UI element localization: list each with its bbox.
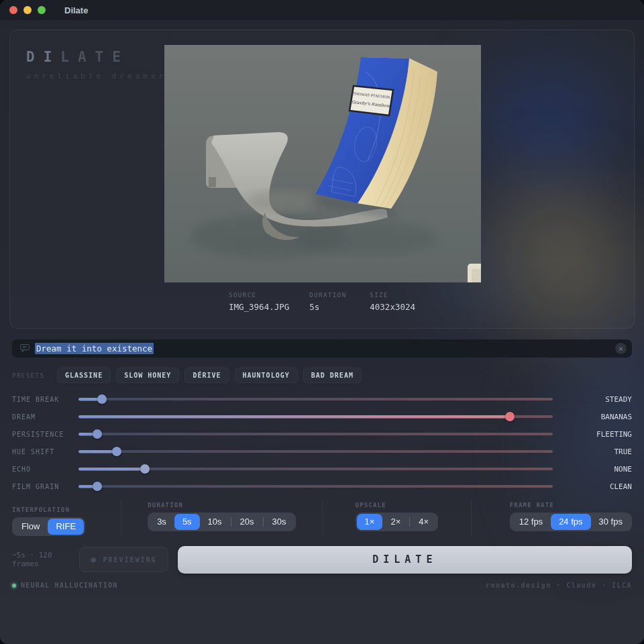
slider-fill: [78, 485, 553, 488]
status-dot-icon: [12, 584, 16, 588]
control-label-frame-rate: FRAME RATE: [510, 502, 554, 508]
option-12-fps[interactable]: 12 fps: [511, 514, 551, 530]
control-group-duration: DURATION3s5s10s20s30s: [121, 500, 322, 536]
frames-info: ~5s · 120 frames: [12, 551, 79, 568]
slider-track-hue-shift[interactable]: [78, 450, 553, 453]
option-30-fps[interactable]: 30 fps: [591, 514, 631, 530]
control-group-frame-rate: FRAME RATE12 fps24 fps30 fps: [471, 500, 632, 536]
duration-value: 5s: [309, 302, 350, 312]
slider-label: TIME BREAK: [12, 396, 78, 403]
option-5s[interactable]: 5s: [174, 514, 200, 530]
app-logo: DILATE unreliable dreamer: [26, 49, 166, 80]
slider-fill: [78, 415, 553, 419]
slider-row-film-grain: FILM GRAINCLEAN: [12, 478, 632, 495]
slider-fill: [78, 433, 553, 436]
option-3s[interactable]: 3s: [149, 514, 174, 530]
option-flow[interactable]: Flow: [13, 519, 48, 535]
window-title: Dilate: [64, 5, 88, 15]
previewing-label: PREVIEWING: [103, 556, 156, 564]
slider-row-time-break: TIME BREAKSTEADY: [12, 390, 632, 408]
slider-thumb-persistence[interactable]: [93, 429, 102, 439]
slider-fill: [78, 450, 553, 453]
zoom-window-button[interactable]: [38, 6, 46, 14]
preset-slow-honey[interactable]: SLOW HONEY: [116, 368, 179, 383]
source-image: THOMAS PYNCHON Gravity's Rainbow: [164, 45, 481, 282]
speech-bubble-icon: [20, 342, 30, 355]
sliders-section: TIME BREAKSTEADYDREAMBANANASPERSISTENCEF…: [12, 390, 632, 495]
slider-fill: [78, 468, 553, 471]
logo-part1: DI: [26, 49, 60, 65]
app-window: Dilate DILATE unreliable dreamer: [0, 0, 644, 644]
segmented-duration: 3s5s10s20s30s: [148, 513, 295, 531]
preset-bad-dream[interactable]: BAD DREAM: [303, 368, 362, 383]
status-right-text: renato.design · Claude · ILCA: [486, 582, 632, 589]
size-label: SIZE: [370, 292, 415, 299]
dilate-button[interactable]: DILATE: [178, 546, 632, 574]
segmented-interpolation: FlowRIFE: [12, 517, 85, 536]
segmented-upscale: 1×2×4×: [356, 513, 438, 531]
spinner-icon: ✻: [91, 554, 97, 565]
clear-prompt-button[interactable]: ✕: [615, 343, 627, 354]
option-rife[interactable]: RIFE: [48, 519, 84, 535]
slider-thumb-dream[interactable]: [505, 412, 515, 421]
slider-label: DREAM: [12, 413, 78, 421]
slider-thumb-time-break[interactable]: [97, 394, 107, 404]
slider-thumb-hue-shift[interactable]: [112, 447, 121, 456]
slider-track-film-grain[interactable]: [78, 485, 553, 488]
slider-fill: [78, 398, 553, 401]
option-30s[interactable]: 30s: [264, 514, 294, 530]
slider-value: TRUE: [557, 447, 632, 456]
preset-d-rive[interactable]: DÉRIVE: [184, 368, 229, 383]
slider-value: NONE: [557, 465, 632, 474]
footer-row: ~5s · 120 frames ✻ PREVIEWING DILATE: [12, 545, 632, 574]
slider-label: PERSISTENCE: [12, 431, 78, 438]
controls-row: INTERPOLATIONFlowRIFEDURATION3s5s10s20s3…: [12, 500, 632, 536]
minimize-window-button[interactable]: [23, 6, 32, 14]
option-2[interactable]: 2×: [382, 514, 409, 530]
slider-row-echo: ECHONONE: [12, 460, 632, 478]
slider-value: BANANAS: [557, 413, 632, 421]
option-24-fps[interactable]: 24 fps: [551, 514, 590, 530]
slider-row-hue-shift: HUE SHIFTTRUE: [12, 443, 632, 460]
status-left-text: NEURAL HALLUCINATION: [21, 582, 117, 589]
slider-track-time-break[interactable]: [78, 398, 553, 400]
segmented-frame-rate: 12 fps24 fps30 fps: [510, 513, 632, 531]
preview-panel: DILATE unreliable dreamer: [9, 30, 635, 329]
preset-glassine[interactable]: GLASSINE: [57, 368, 111, 383]
slider-track-echo[interactable]: [78, 468, 553, 470]
prompt-input[interactable]: Dream it into existence ✕: [12, 339, 632, 358]
segment-divider: [409, 517, 410, 527]
option-10s[interactable]: 10s: [200, 514, 230, 530]
previewing-button[interactable]: ✻ PREVIEWING: [79, 547, 168, 572]
slider-row-persistence: PERSISTENCEFLEETING: [12, 425, 632, 443]
slider-value: STEADY: [557, 395, 632, 404]
logo-part2: LATE: [60, 49, 129, 65]
slider-thumb-echo[interactable]: [140, 464, 150, 474]
preset-hauntology[interactable]: HAUNTOLOGY: [235, 368, 298, 383]
source-label: SOURCE: [229, 292, 289, 299]
close-window-button[interactable]: [9, 6, 17, 14]
slider-label: HUE SHIFT: [12, 448, 78, 455]
logo-tagline: unreliable dreamer: [26, 72, 166, 80]
status-bar: NEURAL HALLUCINATION renato.design · Cla…: [12, 582, 632, 589]
slider-label: FILM GRAIN: [12, 483, 78, 490]
option-4[interactable]: 4×: [411, 514, 437, 530]
segment-divider: [263, 517, 264, 527]
duration-label: DURATION: [309, 292, 350, 299]
slider-track-persistence[interactable]: [78, 433, 553, 435]
segment-divider: [231, 517, 231, 527]
control-label-upscale: UPSCALE: [356, 502, 386, 508]
control-group-upscale: UPSCALE1×2×4×: [322, 500, 471, 536]
control-label-interpolation: INTERPOLATION: [12, 506, 70, 513]
slider-thumb-film-grain[interactable]: [93, 482, 102, 491]
option-1[interactable]: 1×: [357, 514, 383, 530]
presets-row: PRESETS GLASSINESLOW HONEYDÉRIVEHAUNTOLO…: [12, 368, 632, 383]
image-metadata: SOURCE IMG_3964.JPG DURATION 5s SIZE 403…: [10, 292, 634, 312]
slider-row-dream: DREAMBANANAS: [12, 408, 632, 425]
slider-track-dream[interactable]: [78, 415, 553, 418]
slider-label: ECHO: [12, 466, 78, 473]
prompt-text-selected[interactable]: Dream it into existence: [35, 343, 154, 354]
control-label-duration: DURATION: [148, 502, 183, 508]
option-20s[interactable]: 20s: [232, 514, 262, 530]
slider-value: CLEAN: [557, 482, 632, 491]
